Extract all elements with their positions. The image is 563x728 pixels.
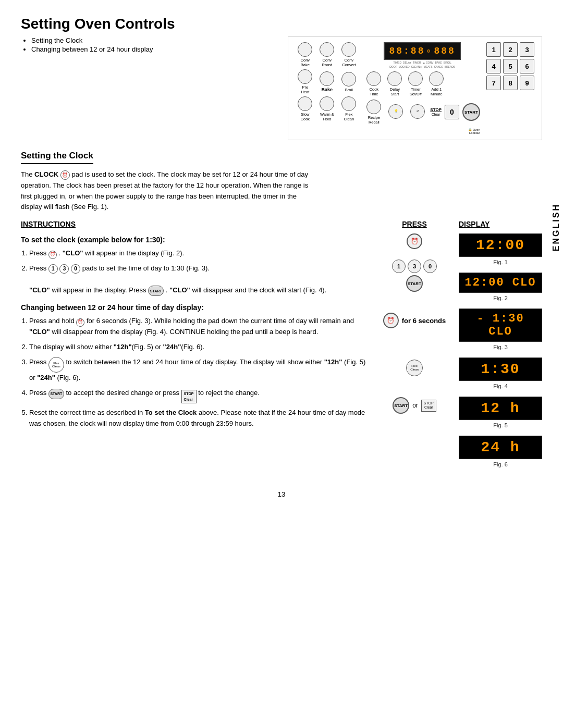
warm-hold-circle[interactable] [320,96,334,111]
top-left: Setting the Clock Changing between 12 or… [21,36,277,140]
cook-time-label: CookTime [370,87,379,96]
conv-roast-circle[interactable] [320,42,334,57]
fig3-text: - 1:30 CLO [476,312,524,338]
change-display-steps: Press and hold ⏰ for 6 seconds (Fig. 3).… [21,316,370,429]
flex-clean-circle[interactable] [341,96,356,111]
recipe-recall-btn[interactable]: RecipeRecall [364,100,383,125]
enter-circle[interactable]: ↵ [410,104,425,119]
timer-set-btn[interactable]: TimerSet/Off [406,71,425,96]
bottom-row: RecipeRecall 💡 ↵ STOP Clear 0 START [364,100,480,125]
stop-inline[interactable]: STOPClear [181,390,197,403]
press-item-fig2: 1 3 0 START [381,260,448,292]
change-step-3: Press FlexClean to switch between the 12… [29,357,370,384]
conv-bake-circle[interactable] [298,42,312,57]
start-inline-2[interactable]: START [48,389,64,399]
display-right: 888 [434,46,456,56]
num-2-btn[interactable]: 2 [503,42,518,57]
or-text: or [412,402,418,409]
num-3-btn[interactable]: 3 [520,42,534,57]
clock-btn-inline[interactable]: ⏰ [48,251,57,259]
set-clock-step-1: Press ⏰ . "CLO" will appear in the displ… [29,248,370,259]
clock-press-hold[interactable]: ⏰ [383,313,399,328]
start-label: START [464,110,478,115]
pre-heat-btn[interactable]: PreHeat [296,69,314,94]
press-1[interactable]: 1 [392,260,406,273]
for-6-sec-row: ⏰ for 6 seconds [383,313,446,328]
cook-time-btn[interactable]: CookTime [364,71,383,96]
press-item-fig1: ⏰ [381,233,448,249]
zero-btn[interactable]: 0 [445,105,459,119]
num-1-inline[interactable]: 1 [48,264,58,274]
broil-circle[interactable] [341,72,356,87]
press-start-stop: START or STOPClear [381,397,448,414]
num-5-btn[interactable]: 5 [503,59,518,73]
enter-btn[interactable]: ↵ [408,104,427,120]
slow-cook-btn[interactable]: SlowCook [296,96,314,121]
settings-icon: ⚙ [427,48,432,54]
fig1-label: Fig. 1 [459,259,542,265]
press-start[interactable]: START [406,275,423,292]
press-flex-clean: FlexClean [381,360,448,376]
clock-icon-inline: ⏰ [60,170,70,180]
start-btn[interactable]: START [462,103,480,121]
add-1-minute-circle[interactable] [429,71,444,86]
broil-btn[interactable]: Broil [339,72,358,92]
start-btn-inline[interactable]: START [148,286,164,296]
delay-start-circle[interactable] [387,71,402,86]
fig2-display: 12:00 CLO [459,273,542,293]
instructions-heading: INSTRUCTIONS [21,220,370,228]
press-stop[interactable]: STOPClear [421,400,436,412]
light-btn[interactable]: 💡 [386,104,405,120]
for-6-seconds-label: for 6 seconds [402,317,446,325]
change-step-1: Press and hold ⏰ for 6 seconds (Fig. 3).… [29,316,370,338]
add-1-minute-btn[interactable]: Add 1Minute [427,71,446,96]
stop-clear-btn[interactable]: STOP Clear [430,107,442,117]
num-8-btn[interactable]: 8 [503,76,518,90]
recipe-recall-circle[interactable] [366,100,381,114]
conv-bake-btn[interactable]: ConvBake [296,42,314,67]
press-3[interactable]: 3 [408,260,421,273]
page-number: 13 [21,490,542,498]
broil-label: Broil [345,88,353,92]
setting-clock-section: Setting the Clock The CLOCK ⏰ pad is use… [21,151,542,213]
light-circle[interactable]: 💡 [388,104,403,119]
oven-row-2: PreHeat Bake Broil [296,69,358,94]
num-9-btn[interactable]: 9 [520,76,534,90]
timer-set-label: TimerSet/Off [410,87,422,96]
oven-lockout: 🔒 OvenLockout [364,128,480,134]
oven-panel: ConvBake ConvRoast ConvConvert PreHeat [288,36,542,140]
conv-convert-circle[interactable] [341,42,356,57]
fig1-display: 12:00 [459,233,542,257]
clock-btn-hold[interactable]: ⏰ [76,318,84,327]
display-area: 88:88 ⚙ 888 TIMEDDELAYTIMER ▲ CONVBAKEBR… [364,42,480,134]
bake-circle[interactable] [320,71,334,86]
num-3-inline[interactable]: 3 [59,264,69,274]
press-item-fig4: ⏰ for 6 seconds [381,313,448,328]
fig2-label: Fig. 2 [459,295,542,301]
flex-clean-btn[interactable]: FlexClean [339,96,358,121]
flex-clean-inline[interactable]: FlexClean [48,357,64,373]
main-content: INSTRUCTIONS To set the clock (example b… [21,220,542,475]
press-start-2[interactable]: START [393,397,409,414]
num-1-btn[interactable]: 1 [486,42,501,57]
conv-roast-btn[interactable]: ConvRoast [317,42,336,67]
num-0-inline[interactable]: 0 [71,264,80,274]
num-6-btn[interactable]: 6 [520,59,534,73]
bake-btn[interactable]: Bake [317,71,336,93]
fig3-label: Fig. 3 [459,344,542,350]
warm-hold-btn[interactable]: Warm &Hold [317,96,336,121]
cook-time-circle[interactable] [366,71,381,86]
flex-clean-press[interactable]: FlexClean [406,360,423,376]
press-0[interactable]: 0 [423,260,437,273]
bake-label: Bake [322,87,333,93]
clock-press-1[interactable]: ⏰ [407,233,422,249]
slow-cook-circle[interactable] [298,96,312,111]
timer-set-circle[interactable] [408,71,423,86]
change-step-5: Reset the correct time as described in T… [29,408,370,429]
pre-heat-circle[interactable] [298,69,312,84]
delay-start-btn[interactable]: DelayStart [385,71,404,96]
num-7-btn[interactable]: 7 [486,76,501,90]
start-stop-row: START or STOPClear [393,397,436,414]
num-4-btn[interactable]: 4 [486,59,501,73]
conv-convert-btn[interactable]: ConvConvert [339,42,358,67]
